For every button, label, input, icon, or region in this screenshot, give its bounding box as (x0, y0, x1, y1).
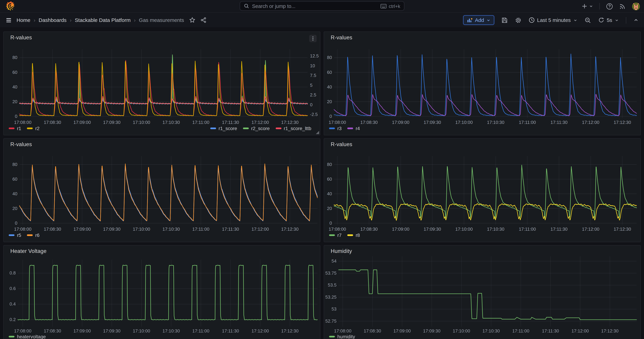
svg-text:17:09:00: 17:09:00 (392, 227, 410, 232)
svg-text:17:10:00: 17:10:00 (133, 227, 150, 232)
add-panel-icon (467, 17, 473, 23)
svg-text:0: 0 (330, 221, 332, 226)
legend-item-r5[interactable]: r5 (8, 233, 21, 238)
svg-text:0.2: 0.2 (10, 317, 16, 322)
legend-label: humidity (337, 334, 355, 339)
panel-legend: r5r6 (8, 232, 40, 238)
news-button[interactable] (619, 3, 626, 10)
add-button[interactable]: Add (463, 15, 494, 25)
help-button[interactable] (606, 3, 613, 10)
legend-swatch (347, 128, 353, 129)
save-dashboard-button[interactable] (501, 17, 508, 23)
legend-item-r2[interactable]: r2 (27, 126, 40, 131)
legend-item-r3[interactable]: r3 (329, 126, 342, 131)
svg-text:0: 0 (15, 221, 17, 226)
svg-text:17:09:30: 17:09:30 (424, 227, 441, 232)
svg-text:10: 10 (310, 63, 315, 68)
legend-item-heatervoltage[interactable]: heatervoltage (8, 334, 46, 339)
svg-text:17:12:00: 17:12:00 (252, 328, 269, 333)
svg-text:0: 0 (15, 114, 17, 119)
toolbar-divider (626, 17, 626, 23)
legend-item-r1_score[interactable]: r1_score (210, 126, 237, 131)
svg-text:53.75: 53.75 (325, 271, 336, 276)
legend-item-r7[interactable]: r7 (329, 233, 342, 238)
svg-text:17:08:30: 17:08:30 (360, 120, 378, 125)
svg-text:17:09:00: 17:09:00 (392, 120, 410, 125)
svg-text:17:12:00: 17:12:00 (582, 120, 599, 125)
svg-text:20: 20 (327, 206, 332, 211)
svg-text:17:11:30: 17:11:30 (550, 227, 568, 232)
panel-resize-handle[interactable] (316, 131, 319, 134)
series-line-humidity (338, 270, 636, 320)
svg-text:60: 60 (12, 177, 18, 182)
chevron-up-icon (633, 18, 639, 23)
legend-swatch (329, 234, 335, 236)
svg-text:53.25: 53.25 (325, 295, 336, 300)
svg-text:17:10:30: 17:10:30 (482, 328, 500, 333)
legend-item-r1[interactable]: r1 (8, 126, 21, 131)
legend-item-humidity[interactable]: humidity (329, 334, 355, 339)
svg-text:17:09:00: 17:09:00 (74, 328, 91, 333)
legend-label: heatervoltage (17, 334, 46, 339)
grafana-logo-icon[interactable] (6, 1, 16, 12)
svg-text:17:10:00: 17:10:00 (455, 120, 473, 125)
svg-text:17:08:30: 17:08:30 (44, 227, 61, 232)
svg-text:17:12:00: 17:12:00 (252, 120, 269, 125)
svg-text:17:12:00: 17:12:00 (252, 227, 269, 232)
legend-label: r8 (356, 233, 360, 238)
legend-label: r2 (35, 126, 40, 131)
avatar[interactable] (632, 2, 640, 10)
breadcrumb-home[interactable]: Home (16, 17, 30, 23)
time-range-picker[interactable]: Last 5 minutes (528, 17, 578, 23)
svg-text:17:10:30: 17:10:30 (487, 120, 504, 125)
search-input[interactable]: Search or jump to... ctrl+k (240, 1, 404, 11)
svg-text:20: 20 (12, 206, 18, 211)
legend-swatch (329, 128, 335, 129)
svg-text:17:12:30: 17:12:30 (614, 227, 631, 232)
legend-swatch (8, 128, 14, 129)
hamburger-icon (5, 17, 12, 23)
new-menu-button[interactable] (582, 3, 593, 9)
legend-label: r7 (337, 233, 342, 238)
zoom-out-button[interactable] (584, 17, 591, 23)
series-line-r6 (20, 164, 318, 221)
legend-swatch (27, 234, 33, 236)
legend-label: r1_score (218, 126, 237, 131)
breadcrumb-separator: › (70, 17, 72, 23)
rss-icon (619, 3, 626, 10)
legend-label: r4 (356, 126, 360, 131)
legend-swatch (243, 128, 249, 129)
legend-item-r4[interactable]: r4 (347, 126, 360, 131)
legend-item-r6[interactable]: r6 (27, 233, 40, 238)
svg-text:5: 5 (310, 83, 312, 88)
svg-text:2.5: 2.5 (310, 92, 316, 97)
svg-text:20: 20 (327, 99, 332, 104)
legend-item-r2_score[interactable]: r2_score (243, 126, 270, 131)
refresh-picker[interactable]: 5s (598, 17, 619, 23)
share-button[interactable] (200, 17, 206, 23)
collapse-toolbar-button[interactable] (633, 18, 639, 23)
svg-text:17:11:00: 17:11:00 (192, 227, 210, 232)
svg-text:17:11:30: 17:11:30 (222, 328, 239, 333)
panel-legend-right: r1_scorer2_scorer1_score_lttb (210, 126, 311, 131)
svg-text:40: 40 (12, 84, 18, 89)
breadcrumb-folder[interactable]: Stackable Data Platform (75, 17, 131, 23)
svg-text:17:10:30: 17:10:30 (162, 227, 180, 232)
legend-item-r8[interactable]: r8 (347, 233, 360, 238)
svg-text:17:10:30: 17:10:30 (487, 227, 504, 232)
svg-text:17:10:00: 17:10:00 (133, 120, 150, 125)
legend-item-r1_score_lttb[interactable]: r1_score_lttb (276, 126, 311, 131)
dashboard-settings-button[interactable] (515, 17, 521, 23)
topbar-divider (599, 3, 600, 10)
svg-text:80: 80 (327, 162, 332, 167)
favorite-button[interactable] (189, 17, 195, 23)
svg-text:0.8: 0.8 (10, 271, 16, 276)
svg-text:0: 0 (310, 102, 312, 107)
topbar-actions (582, 0, 640, 12)
legend-label: r2_score (251, 126, 270, 131)
help-icon (606, 3, 613, 10)
search-icon (244, 3, 249, 9)
breadcrumb-dashboards[interactable]: Dashboards (39, 17, 66, 23)
legend-swatch (276, 128, 281, 129)
mega-menu-button[interactable] (5, 17, 12, 23)
